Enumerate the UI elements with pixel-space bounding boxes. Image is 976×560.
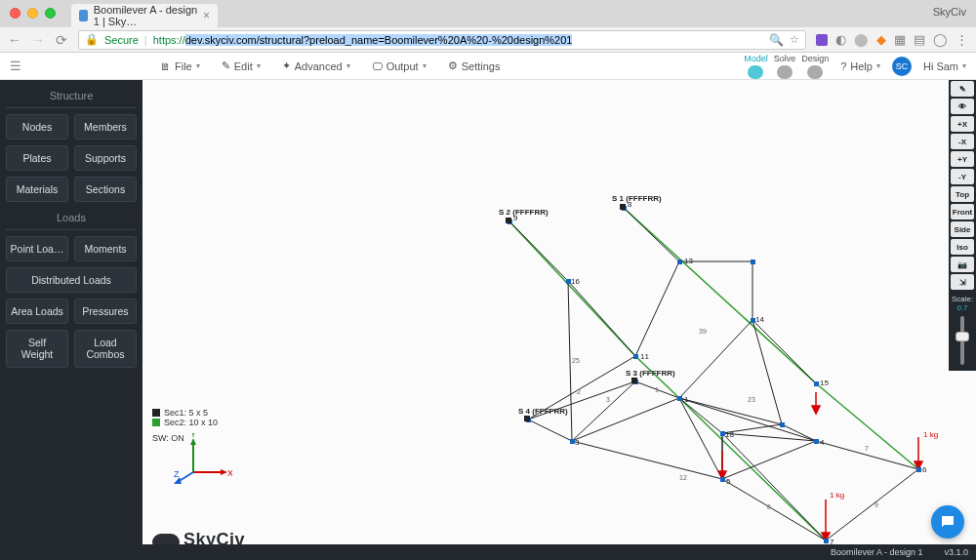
back-icon[interactable]: ← bbox=[8, 32, 21, 48]
maximize-window-icon[interactable] bbox=[45, 8, 56, 19]
close-window-icon[interactable] bbox=[10, 8, 20, 19]
help-menu[interactable]: ?Help▾ bbox=[840, 60, 880, 72]
sidebar-heading-structure: Structure bbox=[6, 86, 137, 108]
svg-text:X: X bbox=[227, 468, 232, 478]
user-menu[interactable]: Hi Sam▾ bbox=[923, 60, 966, 72]
extensions-cluster: ◐ ⬤ ◆ ▦ ▤ ◯ ⋮ bbox=[816, 32, 968, 47]
btn-self-weight[interactable]: Self Weight bbox=[6, 330, 68, 367]
menu-output[interactable]: 🖵Output▾ bbox=[372, 60, 427, 72]
vbtn-camera[interactable]: 📷 bbox=[951, 257, 974, 272]
address-bar[interactable]: 🔒 Secure | https://dev.skyciv.com/struct… bbox=[78, 30, 806, 50]
svg-text:4: 4 bbox=[820, 438, 825, 447]
minimize-window-icon[interactable] bbox=[27, 8, 38, 19]
status-bar: Boomilever A - design 1 v3.1.0 bbox=[0, 544, 976, 560]
extension-icon[interactable]: ◐ bbox=[835, 32, 846, 47]
svg-line-22 bbox=[635, 261, 679, 356]
svg-text:23: 23 bbox=[748, 396, 755, 403]
vbtn-visible[interactable]: 👁 bbox=[951, 99, 974, 114]
intercom-chat-button[interactable] bbox=[931, 505, 964, 539]
svg-marker-92 bbox=[221, 469, 227, 475]
btn-distributed-loads[interactable]: Distributed Loads bbox=[6, 267, 137, 293]
menu-edit[interactable]: ✎Edit▾ bbox=[222, 60, 261, 72]
svg-text:5: 5 bbox=[726, 477, 731, 486]
vbtn-expand[interactable]: ⇲ bbox=[951, 274, 974, 290]
svg-rect-62 bbox=[620, 204, 626, 210]
scale-label: Scale: bbox=[949, 295, 976, 303]
extension-icon[interactable] bbox=[816, 34, 828, 46]
support-label: S 4 (FFFFRR) bbox=[518, 407, 568, 416]
btn-moments[interactable]: Moments bbox=[74, 236, 137, 261]
btn-sections[interactable]: Sections bbox=[74, 177, 137, 202]
svg-text:7: 7 bbox=[865, 445, 869, 452]
view-toolbar: ✎ 👁 +X -X +Y -Y Top Front Side Iso 📷 ⇲ S… bbox=[949, 80, 976, 371]
svg-rect-65 bbox=[524, 416, 530, 421]
search-icon[interactable]: 🔍 bbox=[769, 33, 784, 47]
monitor-icon: 🖵 bbox=[372, 60, 383, 72]
btn-area-loads[interactable]: Area Loads bbox=[6, 299, 68, 324]
tab-title: Boomilever A - design 1 | Sky… bbox=[94, 4, 203, 27]
btn-nodes[interactable]: Nodes bbox=[6, 114, 68, 140]
svg-line-24 bbox=[568, 281, 635, 356]
svg-rect-63 bbox=[506, 218, 511, 223]
slider-thumb[interactable] bbox=[956, 332, 969, 341]
btn-members[interactable]: Members bbox=[74, 114, 137, 140]
svg-rect-54 bbox=[780, 422, 785, 427]
reload-icon[interactable]: ⟳ bbox=[55, 32, 68, 48]
mode-model-icon[interactable] bbox=[748, 65, 763, 79]
close-tab-icon[interactable]: × bbox=[203, 9, 210, 22]
extension-icon[interactable]: ⬤ bbox=[854, 32, 869, 47]
svg-text:14: 14 bbox=[755, 315, 764, 324]
svg-line-0 bbox=[624, 208, 816, 383]
sidebar-heading-loads: Loads bbox=[6, 208, 137, 230]
vbtn-iso[interactable]: Iso bbox=[951, 239, 974, 255]
axes-gizmo: X Y Z bbox=[174, 433, 232, 492]
menu-file[interactable]: 🗎File▾ bbox=[160, 60, 200, 72]
vbtn-plus-y[interactable]: +Y bbox=[951, 151, 974, 167]
svg-text:18: 18 bbox=[725, 430, 734, 439]
svg-text:Z: Z bbox=[174, 469, 180, 479]
help-icon: ? bbox=[840, 60, 846, 72]
legend-sec2: Sec2: 10 x 10 bbox=[164, 418, 218, 427]
extension-icon[interactable]: ◆ bbox=[876, 32, 886, 47]
svg-rect-57 bbox=[677, 260, 682, 264]
avatar[interactable]: SC bbox=[892, 57, 912, 76]
btn-pressures[interactable]: Pressures bbox=[74, 299, 137, 324]
svg-marker-43 bbox=[812, 406, 820, 414]
support-label: S 1 (FFFFRR) bbox=[612, 194, 662, 203]
svg-text:13: 13 bbox=[684, 257, 693, 265]
extension-icon[interactable]: ▤ bbox=[914, 32, 925, 47]
vbtn-minus-y[interactable]: -Y bbox=[951, 169, 974, 184]
vbtn-edit[interactable]: ✎ bbox=[951, 81, 974, 97]
hamburger-icon[interactable]: ☰ bbox=[10, 59, 23, 73]
model-canvas[interactable]: S 1 (FFFFRR) S 2 (FFFFRR) S 3 (FFFFRR) S… bbox=[142, 80, 976, 560]
vbtn-top[interactable]: Top bbox=[951, 186, 974, 202]
project-name: Boomilever A - design 1 bbox=[831, 547, 923, 557]
btn-point-loads[interactable]: Point Loa… bbox=[6, 236, 68, 261]
menu-advanced[interactable]: ✦Advanced▾ bbox=[282, 60, 350, 72]
btn-load-combos[interactable]: Load Combos bbox=[74, 330, 137, 367]
forward-icon: → bbox=[31, 32, 45, 48]
vbtn-plus-x[interactable]: +X bbox=[951, 116, 974, 132]
svg-rect-64 bbox=[631, 378, 637, 383]
menu-settings[interactable]: ⚙Settings bbox=[448, 60, 501, 72]
browser-tab[interactable]: Boomilever A - design 1 | Sky… × bbox=[71, 4, 218, 27]
vbtn-side[interactable]: Side bbox=[951, 221, 974, 237]
support-label: S 3 (FFFFRR) bbox=[626, 369, 675, 378]
vbtn-front[interactable]: Front bbox=[951, 204, 974, 220]
scale-slider[interactable] bbox=[960, 316, 964, 365]
svg-text:Y: Y bbox=[190, 433, 196, 439]
menu-icon[interactable]: ⋮ bbox=[956, 32, 968, 47]
vbtn-minus-x[interactable]: -X bbox=[951, 134, 974, 149]
secure-label: Secure bbox=[104, 34, 139, 46]
profile-icon[interactable]: ◯ bbox=[933, 32, 948, 47]
mode-solve-icon[interactable] bbox=[777, 65, 793, 79]
svg-text:6: 6 bbox=[922, 465, 927, 474]
mode-design-icon[interactable] bbox=[807, 65, 823, 79]
legend-sec1: Sec1: 5 x 5 bbox=[164, 408, 208, 418]
svg-text:12: 12 bbox=[679, 474, 687, 481]
btn-plates[interactable]: Plates bbox=[6, 145, 68, 171]
btn-supports[interactable]: Supports bbox=[74, 145, 137, 171]
bookmark-icon[interactable]: ☆ bbox=[790, 33, 799, 46]
extension-icon[interactable]: ▦ bbox=[894, 32, 906, 47]
btn-materials[interactable]: Materials bbox=[6, 177, 68, 202]
